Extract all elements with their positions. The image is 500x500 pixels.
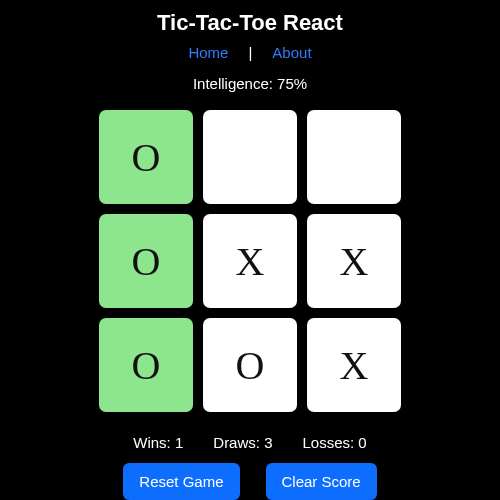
cell-0-0[interactable]: O	[99, 110, 193, 204]
cell-0-2[interactable]	[307, 110, 401, 204]
intelligence-label: Intelligence: 75%	[193, 75, 307, 92]
wins-label: Wins: 1	[133, 434, 183, 451]
nav-home-link[interactable]: Home	[188, 44, 228, 61]
cell-1-2[interactable]: X	[307, 214, 401, 308]
nav-about-link[interactable]: About	[272, 44, 311, 61]
draws-label: Draws: 3	[213, 434, 272, 451]
cell-2-1[interactable]: O	[203, 318, 297, 412]
page-title: Tic-Tac-Toe React	[157, 10, 343, 36]
button-row: Reset Game Clear Score	[123, 463, 376, 500]
cell-2-0[interactable]: O	[99, 318, 193, 412]
nav-separator: |	[248, 44, 252, 61]
clear-score-button[interactable]: Clear Score	[266, 463, 377, 500]
cell-2-2[interactable]: X	[307, 318, 401, 412]
cell-1-0[interactable]: O	[99, 214, 193, 308]
reset-game-button[interactable]: Reset Game	[123, 463, 239, 500]
score-stats: Wins: 1 Draws: 3 Losses: 0	[133, 434, 366, 451]
game-board: O O X X O O X	[99, 110, 401, 412]
nav-bar: Home | About	[188, 44, 311, 61]
cell-1-1[interactable]: X	[203, 214, 297, 308]
cell-0-1[interactable]	[203, 110, 297, 204]
losses-label: Losses: 0	[302, 434, 366, 451]
